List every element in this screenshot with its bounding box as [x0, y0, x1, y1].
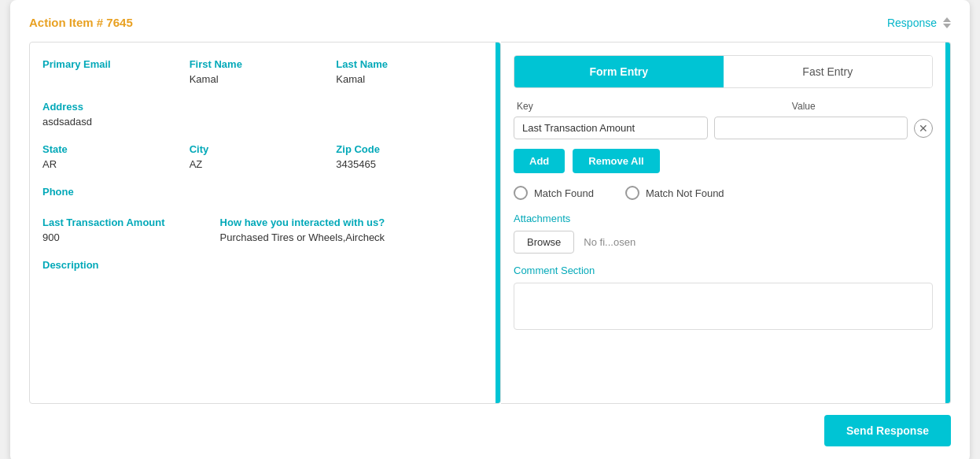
right-panel: Form Entry Fast Entry Key Value ✕ — [501, 42, 951, 404]
address-value: asdsadasd — [42, 116, 477, 128]
response-label-text: Response — [887, 17, 937, 29]
match-found-label: Match Found — [534, 187, 594, 199]
main-content: Primary Email First Name Kamal Last Name… — [29, 42, 951, 404]
kv-key-header: Key — [517, 101, 700, 112]
field-description: Description — [42, 259, 483, 274]
attach-row: Browse No fi...osen — [514, 231, 933, 254]
tab-row: Form Entry Fast Entry — [514, 55, 933, 88]
field-state: State AR — [42, 143, 190, 170]
primary-email-label: Primary Email — [42, 58, 183, 70]
main-card: Action Item # 7645 Response Primary Emai… — [10, 0, 970, 459]
left-accent-bar — [496, 43, 500, 403]
kv-value-header: Value — [713, 101, 896, 112]
state-value: AR — [42, 158, 183, 170]
tab-fast-entry[interactable]: Fast Entry — [724, 56, 933, 87]
field-row-6: Description — [42, 259, 483, 274]
comment-textarea[interactable] — [514, 283, 933, 330]
attachments-label: Attachments — [514, 213, 933, 224]
action-buttons: Add Remove All — [514, 149, 933, 173]
kv-remove-btn[interactable]: ✕ — [914, 119, 933, 138]
field-row-1: Primary Email First Name Kamal Last Name… — [42, 58, 483, 85]
kv-header: Key Value — [514, 101, 933, 112]
kv-key-input[interactable] — [514, 117, 708, 139]
phone-label: Phone — [42, 186, 477, 198]
response-area: Response — [887, 17, 951, 29]
sort-icon[interactable] — [943, 17, 951, 28]
zip-value: 3435465 — [336, 158, 477, 170]
action-title: Action Item # 7645 — [29, 16, 133, 29]
field-primary-email: Primary Email — [42, 58, 190, 85]
radio-circle-found[interactable] — [514, 186, 528, 200]
field-interacted: How have you interacted with us? Purchas… — [220, 217, 483, 243]
field-row-4: Phone — [42, 186, 483, 201]
field-row-3: State AR City AZ Zip Code 3435465 — [42, 143, 483, 170]
last-name-label: Last Name — [336, 58, 477, 70]
first-name-value: Kamal — [190, 73, 330, 85]
city-label: City — [190, 143, 330, 155]
last-transaction-label: Last Transaction Amount — [42, 217, 214, 228]
last-transaction-value: 900 — [42, 231, 214, 243]
left-inner: Primary Email First Name Kamal Last Name… — [30, 43, 496, 403]
kv-value-input[interactable] — [714, 117, 908, 139]
field-zip: Zip Code 3435465 — [336, 143, 483, 170]
comment-label: Comment Section — [514, 265, 933, 276]
radio-match-not-found[interactable]: Match Not Found — [625, 186, 724, 200]
field-first-name: First Name Kamal — [190, 58, 337, 85]
add-button[interactable]: Add — [514, 149, 565, 173]
header-row: Action Item # 7645 Response — [29, 16, 951, 29]
zip-label: Zip Code — [336, 143, 477, 155]
address-label: Address — [42, 101, 477, 113]
city-value: AZ — [190, 158, 330, 170]
state-label: State — [42, 143, 183, 155]
left-panel: Primary Email First Name Kamal Last Name… — [29, 42, 501, 404]
kv-input-row: ✕ — [514, 117, 933, 139]
field-row-2: Address asdsadasd — [42, 101, 483, 128]
remove-all-button[interactable]: Remove All — [573, 149, 659, 173]
last-name-value: Kamal — [336, 73, 477, 85]
match-not-found-label: Match Not Found — [646, 187, 724, 199]
field-last-name: Last Name Kamal — [336, 58, 483, 85]
first-name-label: First Name — [190, 58, 330, 70]
radio-circle-not-found[interactable] — [625, 186, 639, 200]
field-last-transaction: Last Transaction Amount 900 — [42, 217, 220, 243]
no-file-text: No fi...osen — [584, 236, 636, 248]
right-inner: Form Entry Fast Entry Key Value ✕ — [501, 43, 945, 403]
description-label: Description — [42, 259, 477, 271]
right-accent-bar — [945, 43, 950, 403]
browse-button[interactable]: Browse — [514, 231, 574, 254]
radio-row: Match Found Match Not Found — [514, 186, 933, 200]
radio-match-found[interactable]: Match Found — [514, 186, 594, 200]
field-phone: Phone — [42, 186, 483, 201]
field-city: City AZ — [190, 143, 337, 170]
tab-form-entry[interactable]: Form Entry — [514, 56, 724, 87]
interacted-value: Purchased Tires or Wheels,Aircheck — [220, 231, 477, 243]
field-row-5: Last Transaction Amount 900 How have you… — [42, 217, 483, 243]
footer-row: Send Response — [29, 415, 951, 446]
field-address: Address asdsadasd — [42, 101, 483, 128]
send-response-button[interactable]: Send Response — [824, 415, 951, 446]
interacted-label: How have you interacted with us? — [220, 217, 477, 228]
